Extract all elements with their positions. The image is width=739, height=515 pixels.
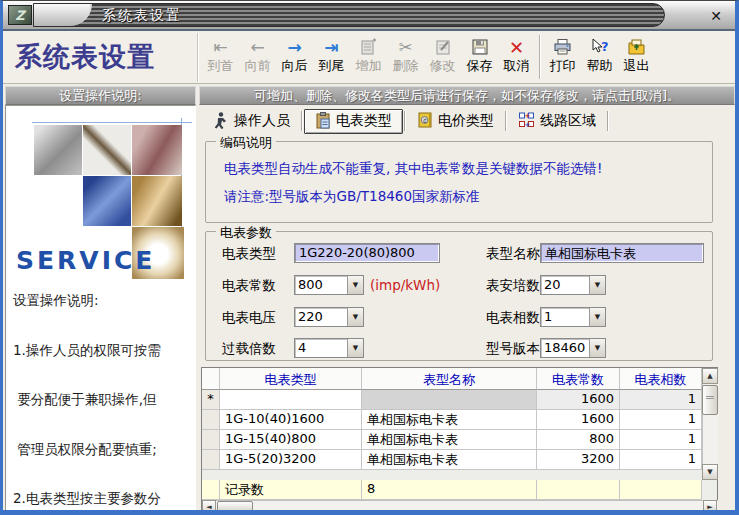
record-count-value: 8 (362, 480, 537, 500)
line-region-icon: ++ (518, 111, 535, 132)
go-prev-button[interactable]: ← 向前 (239, 33, 276, 83)
col-header-constant[interactable]: 电表常数 (537, 368, 620, 390)
collage-crosshair-hline (32, 122, 192, 123)
left-panel-header: 设置操作说明: (5, 86, 196, 105)
table-row[interactable]: 1G-10(40)1600 单相国标电卡表 1600 1 (202, 410, 702, 430)
go-last-icon: ⇥ (324, 36, 338, 58)
delete-scissors-icon: ✂ (398, 36, 412, 58)
phase-label: 电表相数 (486, 309, 540, 327)
tab-divider (505, 111, 507, 131)
meter-type-clipboard-icon (315, 111, 331, 132)
help-icon: ? (590, 36, 610, 58)
table-row[interactable]: 1G-15(40)800 单相国标电卡表 800 1 (202, 430, 702, 450)
col-header-type[interactable]: 电表类型 (220, 368, 362, 390)
meter-type-field[interactable]: 1G220-20(80)800 (294, 243, 440, 263)
price-type-book-icon: ¢ (417, 111, 433, 132)
chevron-down-icon[interactable]: ▼ (589, 339, 605, 357)
overload-label: 过载倍数 (222, 340, 276, 358)
photo-stapler (34, 125, 82, 175)
coding-note-group: 编码说明 电表类型自动生成不能重复, 其中电表常数是关键数据不能选错! 请注意:… (205, 141, 713, 223)
col-header-name[interactable]: 表型名称 (362, 368, 537, 390)
svg-text:+: + (525, 120, 531, 128)
svg-text:+: + (525, 112, 531, 120)
scroll-down-button[interactable]: ▼ (702, 464, 718, 480)
chevron-down-icon[interactable]: ▼ (589, 276, 605, 294)
col-header-phase[interactable]: 电表相数 (620, 368, 702, 390)
table-row[interactable]: 1G-5(20)3200 单相国标电卡表 3200 1 (202, 450, 702, 470)
chevron-down-icon[interactable]: ▼ (347, 308, 363, 326)
voltage-combo[interactable]: 220 ▼ (294, 307, 364, 327)
go-last-button[interactable]: ⇥ 到尾 (313, 33, 350, 83)
chevron-down-icon[interactable]: ▼ (347, 339, 363, 357)
go-prev-icon: ← (250, 36, 264, 58)
svg-text:?: ? (601, 39, 609, 54)
overload-combo[interactable]: 4 ▼ (294, 338, 364, 358)
exit-button[interactable]: 退出 (618, 33, 655, 83)
tab-divider (301, 111, 303, 131)
toolbar-divider (197, 33, 199, 82)
toolbar: 系统表设置 ⇤ 到首 ← 向前 → 向后 ⇥ 到尾 (3, 31, 735, 84)
titlebar[interactable]: Z 系统表设置 ✕ (3, 1, 735, 31)
cancel-button[interactable]: ✕ 取消 (498, 33, 535, 83)
scroll-right-button[interactable]: ► (703, 500, 717, 511)
tab-price-type[interactable]: ¢ 电价类型 (407, 109, 504, 134)
h-scrollbar-track[interactable] (202, 500, 718, 511)
go-first-button[interactable]: ⇤ 到首 (202, 33, 239, 83)
go-next-icon: → (287, 36, 301, 58)
window-title: 系统表设置 (102, 7, 182, 25)
h-scrollbar-thumb[interactable] (217, 501, 253, 511)
tab-divider (607, 111, 609, 131)
coding-note-line1: 电表类型自动生成不能重复, 其中电表常数是关键数据不能选错! (224, 160, 603, 178)
ampere-combo[interactable]: 20 ▼ (540, 275, 606, 295)
photo-pen (83, 125, 131, 175)
modify-icon (434, 36, 452, 58)
meter-params-group: 电表参数 电表类型 1G220-20(80)800 表型名称 单相国标电卡表 电… (205, 231, 713, 361)
meter-constant-label: 电表常数 (222, 277, 276, 295)
meter-type-table: 电表类型 表型名称 电表常数 电表相数 * 1600 1 1G-10(40)16… (201, 367, 718, 511)
scroll-up-button[interactable]: ▲ (702, 368, 718, 384)
model-name-field[interactable]: 单相国标电卡表 (540, 243, 704, 263)
tab-operators[interactable]: 操作人员 (203, 109, 300, 134)
photo-tools (132, 125, 182, 175)
chevron-down-icon[interactable]: ▼ (347, 276, 363, 294)
model-name-label: 表型名称 (486, 245, 540, 263)
table-footer-row: 记录数 8 (202, 480, 702, 500)
exit-icon (627, 36, 646, 58)
ampere-label: 表安培数 (486, 277, 540, 295)
save-button[interactable]: 保存 (461, 33, 498, 83)
save-floppy-icon (471, 36, 489, 58)
tab-bar: 操作人员 电表类型 ¢ 电价类型 ++ 线路区域 (203, 108, 610, 134)
svg-text:¢: ¢ (423, 116, 427, 124)
chevron-down-icon[interactable]: ▼ (589, 308, 605, 326)
delete-record-button[interactable]: ✂ 删除 (387, 33, 424, 83)
tab-meter-type[interactable]: 电表类型 (304, 109, 403, 134)
toolbar-separator (535, 33, 544, 83)
v-scrollbar-thumb[interactable] (702, 385, 718, 415)
phase-combo[interactable]: 1 ▼ (540, 307, 606, 327)
print-button[interactable]: 打印 (544, 33, 581, 83)
instruction-panel: SERVICE 设置操作说明: 1.操作人员的权限可按需 要分配便于兼职操作,但… (5, 105, 196, 511)
scroll-left-button[interactable]: ◄ (202, 500, 216, 511)
add-record-icon (360, 36, 378, 58)
print-icon (553, 36, 572, 58)
voltage-label: 电表电压 (222, 309, 276, 327)
app-logo-icon: Z (8, 5, 32, 25)
coding-note-title: 编码说明 (216, 134, 276, 152)
go-first-icon: ⇤ (213, 36, 227, 58)
tab-line-region[interactable]: ++ 线路区域 (508, 109, 606, 134)
coding-note-line2: 请注意:型号版本为GB/T18460国家新标准 (224, 188, 480, 206)
close-button[interactable]: ✕ (707, 7, 725, 25)
photo-watchband (132, 176, 182, 226)
table-row-new[interactable]: * 1600 1 (202, 390, 702, 410)
main-hint-bar: 可增加、删除、修改各类型后请进行保存，如不保存修改，请点击[取消]。 (199, 86, 735, 105)
help-button[interactable]: ? 帮助 (581, 33, 618, 83)
record-count-label: 记录数 (220, 480, 362, 500)
model-version-combo[interactable]: 18460 ▼ (540, 338, 606, 358)
meter-constant-combo[interactable]: 800 ▼ (294, 275, 364, 295)
photo-keyboard (83, 176, 131, 226)
modify-record-button[interactable]: 修改 (424, 33, 461, 83)
go-next-button[interactable]: → 向后 (276, 33, 313, 83)
meter-type-label: 电表类型 (222, 245, 276, 263)
add-record-button[interactable]: 增加 (350, 33, 387, 83)
tab-divider (404, 111, 406, 131)
